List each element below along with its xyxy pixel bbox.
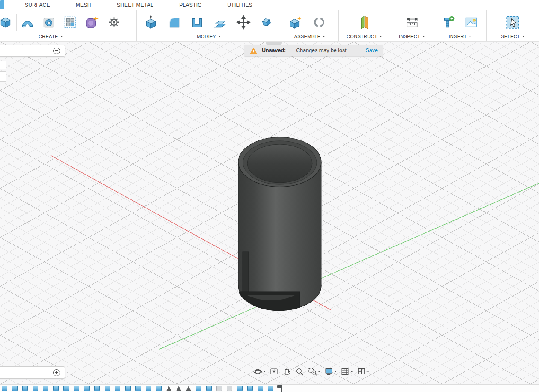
select-menu-button[interactable]: SELECT <box>487 34 539 39</box>
timeline-feature-icon[interactable] <box>33 386 38 391</box>
insert-menu-button[interactable]: INSERT <box>434 34 486 39</box>
construct-menu-label: CONSTRUCT <box>347 34 377 39</box>
tab-mesh[interactable]: MESH <box>76 2 91 8</box>
timeline-feature-icon[interactable] <box>125 386 131 391</box>
timeline-feature-icon[interactable] <box>216 386 222 391</box>
model-slot-cut <box>243 252 249 293</box>
timeline-feature-icon[interactable] <box>237 386 243 391</box>
plane-icon <box>357 15 372 30</box>
new-component-button[interactable] <box>287 13 303 32</box>
timeline-feature-icon[interactable] <box>53 386 59 391</box>
create-menu-button[interactable]: CREATE <box>0 34 136 39</box>
timeline-feature-icon[interactable] <box>176 386 181 391</box>
model-cylinder[interactable] <box>238 137 321 311</box>
modify-menu-button[interactable]: MODIFY <box>137 34 281 39</box>
timeline-feature-icon[interactable] <box>94 386 100 391</box>
timeline-feature-icon[interactable] <box>22 386 28 391</box>
hole-button[interactable] <box>41 13 57 32</box>
split-icon <box>259 15 274 30</box>
grid-display-button[interactable] <box>339 366 354 377</box>
timeline-position-marker[interactable] <box>277 385 282 392</box>
browser-item-stub[interactable] <box>0 61 6 69</box>
fusion-app-window: SURFACE MESH SHEET METAL PLASTIC UTILITI… <box>0 0 539 392</box>
insert-fastener-button[interactable] <box>440 13 456 32</box>
timeline-feature-icon[interactable] <box>156 386 162 391</box>
timeline-feature-icon[interactable] <box>63 386 69 391</box>
timeline-feature-icon[interactable] <box>12 386 18 391</box>
display-settings-button[interactable] <box>323 366 338 377</box>
pattern-button[interactable] <box>62 13 78 32</box>
select-button[interactable] <box>505 13 521 32</box>
look-at-button[interactable] <box>268 366 280 377</box>
press-pull-icon <box>144 15 158 30</box>
timeline-feature-icon[interactable] <box>74 386 79 391</box>
split-button[interactable] <box>258 13 275 32</box>
measure-button[interactable] <box>404 13 420 32</box>
timeline-feature-icon[interactable] <box>227 386 232 391</box>
shell-button[interactable] <box>189 13 205 32</box>
press-pull-button[interactable] <box>143 13 159 32</box>
construct-menu-button[interactable]: CONSTRUCT <box>339 34 390 39</box>
tab-sheet-metal[interactable]: SHEET METAL <box>117 2 154 8</box>
chevron-down-icon <box>469 36 471 37</box>
canvas-button[interactable] <box>463 13 479 32</box>
fillet-button[interactable] <box>166 13 182 32</box>
save-button[interactable]: Save <box>366 48 378 53</box>
zoom-icon <box>295 367 304 376</box>
toolbar-group-inspect: INSPECT <box>390 10 434 41</box>
form-button[interactable] <box>84 13 100 32</box>
chevron-down-icon <box>263 371 266 372</box>
settings-button[interactable] <box>106 13 122 32</box>
hole-icon <box>42 15 56 30</box>
timeline-feature-icon[interactable] <box>196 386 201 391</box>
active-tab-stub-icon[interactable] <box>0 0 4 9</box>
assemble-menu-button[interactable]: ASSEMBLE <box>281 34 338 39</box>
timeline-feature-icon[interactable] <box>258 386 263 391</box>
timeline-feature-icon[interactable] <box>166 386 171 391</box>
orbit-button[interactable] <box>252 366 267 377</box>
offset-button[interactable] <box>212 13 228 32</box>
construction-plane-button[interactable] <box>356 13 373 32</box>
viewport-layout-button[interactable] <box>356 366 371 377</box>
zoom-button[interactable] <box>294 366 305 377</box>
inspect-menu-button[interactable]: INSPECT <box>390 34 434 39</box>
panel-expand-button[interactable] <box>53 369 60 376</box>
timeline-feature-icon[interactable] <box>146 386 151 391</box>
sweep-icon <box>20 15 35 30</box>
pan-button[interactable] <box>281 366 293 377</box>
new-component-icon <box>288 15 302 30</box>
toolbar-group-insert: INSERT <box>434 10 486 41</box>
timeline-feature-icon[interactable] <box>84 386 90 391</box>
browser-collapsed-bar <box>0 45 65 57</box>
joint-button[interactable] <box>311 13 327 32</box>
timeline-feature-icon[interactable] <box>105 386 110 391</box>
fillet-icon <box>167 15 181 30</box>
warning-icon <box>249 47 258 54</box>
timeline-feature-icon[interactable] <box>135 386 141 391</box>
comments-collapsed-bar <box>0 366 65 379</box>
offset-icon <box>213 15 228 30</box>
move-button[interactable] <box>235 13 252 32</box>
zoom-window-button[interactable] <box>307 366 322 377</box>
tab-surface[interactable]: SURFACE <box>25 2 50 8</box>
measure-icon <box>405 15 419 30</box>
timeline-feature-icon[interactable] <box>247 386 253 391</box>
viewport-layout-icon <box>357 367 366 376</box>
solid-box-button[interactable] <box>0 13 14 32</box>
timeline-feature-icon[interactable] <box>2 386 7 391</box>
tab-utilities[interactable]: UTILITIES <box>227 2 252 8</box>
timeline-feature-icon[interactable] <box>115 386 120 391</box>
browser-collapse-button[interactable] <box>53 48 60 54</box>
timeline-feature-icon[interactable] <box>206 386 212 391</box>
select-cursor-icon <box>506 15 520 30</box>
browser-item-stub[interactable] <box>0 71 6 82</box>
timeline-feature-icon[interactable] <box>186 386 191 391</box>
select-menu-label: SELECT <box>501 34 520 39</box>
sweep-button[interactable] <box>19 13 36 32</box>
joint-icon <box>312 15 326 30</box>
timeline-feature-icon[interactable] <box>43 386 48 391</box>
viewport-canvas[interactable]: Unsaved: Changes may be lost Save <box>0 42 539 384</box>
timeline-feature-icon[interactable] <box>268 386 273 391</box>
tab-plastic[interactable]: PLASTIC <box>179 2 201 8</box>
model-bottom-opening <box>239 292 300 311</box>
